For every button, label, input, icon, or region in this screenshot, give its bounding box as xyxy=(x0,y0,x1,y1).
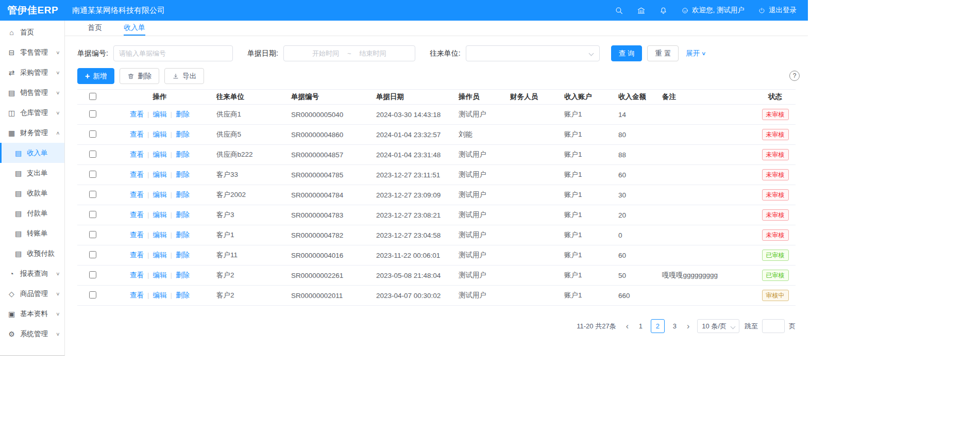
search-button[interactable]: 查 询 xyxy=(611,45,643,61)
help-icon[interactable]: ? xyxy=(789,71,800,81)
reset-button[interactable]: 重 置 xyxy=(647,45,679,61)
delete-link[interactable]: 删除 xyxy=(176,211,190,219)
delete-link[interactable]: 删除 xyxy=(176,291,190,299)
cell-income-amount: 60 xyxy=(613,245,657,266)
edit-link[interactable]: 编辑 xyxy=(153,191,167,198)
col-status: 状态 xyxy=(755,90,796,105)
row-checkbox[interactable] xyxy=(89,231,96,238)
row-checkbox[interactable] xyxy=(89,291,96,299)
delete-link[interactable]: 删除 xyxy=(176,251,190,259)
start-date-input[interactable]: 开始时间 xyxy=(312,49,339,58)
sidebar-item-system-mgmt[interactable]: ⚙ 系统管理 ∨ xyxy=(0,324,64,344)
tab-home[interactable]: 首页 xyxy=(88,21,102,36)
bank-icon[interactable] xyxy=(637,6,646,15)
expand-link[interactable]: 展开 ∨ xyxy=(686,49,705,58)
sidebar-item-expense-receipt[interactable]: ▤ 支出单 xyxy=(0,163,64,183)
delete-link[interactable]: 删除 xyxy=(176,191,190,198)
action-separator: | xyxy=(171,130,173,138)
delete-link[interactable]: 删除 xyxy=(176,110,190,118)
view-link[interactable]: 查看 xyxy=(130,110,144,118)
sidebar-item-basic-data[interactable]: ▣ 基本资料 ∨ xyxy=(0,304,64,324)
goto-page-input[interactable] xyxy=(762,319,785,333)
edit-link[interactable]: 编辑 xyxy=(153,110,167,118)
row-checkbox[interactable] xyxy=(89,211,96,218)
export-button[interactable]: 导出 xyxy=(164,68,204,84)
page-1-button[interactable]: 1 xyxy=(634,319,648,333)
sidebar-item-goods-mgmt[interactable]: ◇ 商品管理 ∨ xyxy=(0,284,64,304)
view-link[interactable]: 查看 xyxy=(130,271,144,279)
delete-button[interactable]: 删除 xyxy=(120,68,159,84)
sidebar-item-transfer-receipt[interactable]: ▤ 转账单 xyxy=(0,223,64,243)
view-link[interactable]: 查看 xyxy=(130,231,144,239)
page-2-button[interactable]: 2 xyxy=(651,319,665,333)
sidebar-item-advance-receipt[interactable]: ▤ 收预付款 xyxy=(0,243,64,263)
sidebar-item-label: 首页 xyxy=(20,28,34,37)
delete-link[interactable]: 删除 xyxy=(176,130,190,138)
sidebar-item-income-receipt[interactable]: ▤ 收入单 xyxy=(0,143,64,163)
cell-bill-date: 2024-01-04 23:31:48 xyxy=(371,145,453,165)
logout-button[interactable]: 退出登录 xyxy=(758,6,797,15)
row-checkbox[interactable] xyxy=(89,271,96,278)
action-separator: | xyxy=(147,130,149,138)
sidebar-item-home[interactable]: ⌂ 首页 xyxy=(0,22,64,42)
col-income-amount: 收入金额 xyxy=(613,90,657,105)
row-checkbox[interactable] xyxy=(89,110,96,118)
row-checkbox[interactable] xyxy=(89,251,96,258)
tab-income-receipt[interactable]: 收入单 xyxy=(124,21,145,36)
sidebar-item-report-query[interactable]: ◔ 报表查询 ∨ xyxy=(0,263,64,284)
date-range-picker[interactable]: 开始时间 ~ 结束时间 xyxy=(283,45,415,61)
goto-label: 跳至 xyxy=(745,322,758,331)
welcome-user[interactable]: 欢迎您, 测试用户 xyxy=(681,6,745,15)
edit-link[interactable]: 编辑 xyxy=(153,291,167,299)
select-all-checkbox[interactable] xyxy=(89,93,96,100)
cell-finance-staff xyxy=(505,286,559,306)
row-checkbox[interactable] xyxy=(89,130,96,138)
edit-link[interactable]: 编辑 xyxy=(153,151,167,158)
page-3-button[interactable]: 3 xyxy=(668,319,682,333)
action-separator: | xyxy=(147,251,149,259)
cell-operator: 测试用户 xyxy=(453,225,505,245)
view-link[interactable]: 查看 xyxy=(130,130,144,138)
view-link[interactable]: 查看 xyxy=(130,191,144,198)
add-button[interactable]: + 新增 xyxy=(77,68,114,84)
view-link[interactable]: 查看 xyxy=(130,151,144,158)
row-checkbox[interactable] xyxy=(89,171,96,178)
page-size-select[interactable]: 10 条/页 xyxy=(697,319,739,333)
bill-no-input[interactable] xyxy=(113,45,233,61)
sidebar-item-purchase-mgmt[interactable]: ⇄ 采购管理 ∨ xyxy=(0,62,64,82)
partner-select[interactable] xyxy=(466,45,600,61)
edit-link[interactable]: 编辑 xyxy=(153,231,167,239)
view-link[interactable]: 查看 xyxy=(130,251,144,259)
bell-icon[interactable] xyxy=(659,6,668,15)
view-link[interactable]: 查看 xyxy=(130,291,144,299)
delete-link[interactable]: 删除 xyxy=(176,151,190,158)
search-icon[interactable] xyxy=(615,6,623,15)
row-checkbox[interactable] xyxy=(89,191,96,198)
export-button-label: 导出 xyxy=(182,72,196,81)
sidebar-item-finance-mgmt[interactable]: ▦ 财务管理 ∧ xyxy=(0,123,64,143)
delete-link[interactable]: 删除 xyxy=(176,171,190,178)
sidebar-item-payment-receipt[interactable]: ▤ 付款单 xyxy=(0,203,64,223)
sidebar-item-warehouse-mgmt[interactable]: ◫ 仓库管理 ∨ xyxy=(0,103,64,123)
delete-link[interactable]: 删除 xyxy=(176,231,190,239)
col-select xyxy=(77,90,108,105)
tab-bar: 首页 收入单 xyxy=(65,21,808,36)
edit-link[interactable]: 编辑 xyxy=(153,271,167,279)
edit-link[interactable]: 编辑 xyxy=(153,171,167,178)
delete-link[interactable]: 删除 xyxy=(176,271,190,279)
next-page-button[interactable]: › xyxy=(683,322,693,330)
cell-finance-staff xyxy=(505,225,559,245)
view-link[interactable]: 查看 xyxy=(130,171,144,178)
sidebar-item-retail-mgmt[interactable]: ⊟ 零售管理 ∨ xyxy=(0,42,64,62)
edit-link[interactable]: 编辑 xyxy=(153,130,167,138)
prev-page-button[interactable]: ‹ xyxy=(622,322,632,330)
row-checkbox[interactable] xyxy=(89,151,96,158)
col-bill-date: 单据日期 xyxy=(371,90,453,105)
sidebar-item-collection-receipt[interactable]: ▤ 收款单 xyxy=(0,183,64,203)
edit-link[interactable]: 编辑 xyxy=(153,211,167,219)
end-date-input[interactable]: 结束时间 xyxy=(360,49,386,58)
sidebar-item-sales-mgmt[interactable]: ▤ 销售管理 ∨ xyxy=(0,82,64,103)
sidebar-item-label: 销售管理 xyxy=(20,88,48,97)
view-link[interactable]: 查看 xyxy=(130,211,144,219)
edit-link[interactable]: 编辑 xyxy=(153,251,167,259)
